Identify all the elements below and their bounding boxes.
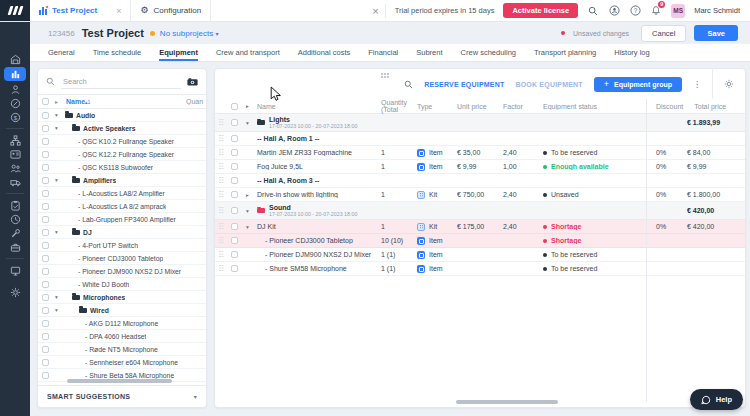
row-checkbox[interactable] [42, 151, 49, 158]
tree-item-row[interactable]: - Pioneer CDJ3000 Tabletop [38, 252, 206, 265]
terminal-icon[interactable] [4, 264, 26, 276]
chevron-down-icon[interactable]: ▾ [243, 224, 257, 230]
rentman-logo[interactable] [0, 0, 30, 21]
tree-item-row[interactable]: - QSC K10.2 Fullrange Speaker [38, 135, 206, 148]
quantity-column-header[interactable]: Quantity (Total [373, 99, 417, 113]
reserve-equipment-button[interactable]: RESERVE EQUIPMENT [424, 81, 504, 88]
row-checkbox[interactable] [231, 237, 238, 244]
row-checkbox[interactable] [231, 149, 238, 156]
tree-folder-row[interactable]: ▾Microphones [38, 291, 206, 304]
help-icon[interactable]: ? [629, 5, 641, 17]
chevron-down-icon[interactable]: ▾ [55, 294, 65, 300]
repairs-icon[interactable] [4, 227, 26, 239]
row-checkbox[interactable] [231, 119, 238, 126]
row-checkbox[interactable] [42, 268, 49, 275]
chevron-down-icon[interactable]: ▾ [243, 208, 257, 214]
status-column-header[interactable]: Equipment status [539, 103, 644, 110]
row-checkbox[interactable] [42, 164, 49, 171]
window-tab-configuration[interactable]: ⚙ Configuration [131, 0, 211, 21]
scanner-icon[interactable] [187, 78, 198, 86]
unit-price-column-header[interactable]: Unit price [455, 103, 501, 110]
row-checkbox[interactable] [42, 203, 49, 210]
settings-icon[interactable] [4, 286, 26, 298]
row-checkbox[interactable] [42, 346, 49, 353]
tree-item-row[interactable]: - 4-Port UTP Switch [38, 239, 206, 252]
tab-additional-costs[interactable]: Additional costs [298, 44, 351, 61]
row-checkbox[interactable] [231, 177, 238, 184]
smart-suggestions-bar[interactable]: SMART SUGGESTIONS ▾ [38, 385, 206, 407]
select-all-checkbox[interactable] [231, 103, 238, 110]
row-checkbox[interactable] [42, 255, 49, 262]
chevron-down-icon[interactable]: ▾ [55, 307, 65, 313]
tree-item-row[interactable]: - Sennheiser e604 Microphone [38, 356, 206, 369]
search-icon[interactable] [587, 5, 599, 17]
table-row[interactable]: Fog Juice 9,5L1Item€ 9,991,00Enough avai… [215, 160, 745, 174]
expand-all-icon[interactable]: ▸ [55, 98, 58, 105]
window-tab-project[interactable]: Test Project × [30, 0, 131, 21]
row-checkbox[interactable] [42, 138, 49, 145]
tree-item-row[interactable]: - L-Acoustics LA8/2 Amplifier [38, 187, 206, 200]
chevron-right-icon[interactable]: ▸ [243, 192, 257, 198]
total-price-column-header[interactable]: Total price [683, 103, 745, 110]
tree-item-row[interactable]: - Pioneer DJM900 NXS2 DJ Mixer [38, 265, 206, 278]
equipment-tree-icon[interactable] [4, 134, 26, 146]
row-checkbox[interactable] [231, 191, 238, 198]
more-options-icon[interactable]: ⋮ [693, 80, 701, 89]
gear-icon[interactable] [724, 79, 734, 89]
row-checkbox[interactable] [42, 242, 49, 249]
row-checkbox[interactable] [42, 372, 49, 379]
table-row[interactable]: ▾Lights17-07-2023 10:00 - 20-07-2023 18:… [215, 114, 745, 132]
tab-time-schedule[interactable]: Time schedule [93, 44, 142, 61]
chevron-down-icon[interactable]: ▾ [55, 125, 65, 131]
table-row[interactable]: ▾Sound17-07-2023 10:00 - 20-07-2023 18:0… [215, 202, 745, 220]
tab-general[interactable]: General [48, 44, 75, 61]
chevron-down-icon[interactable]: ▾ [243, 120, 257, 126]
planner-icon[interactable] [4, 97, 26, 109]
tree-folder-row[interactable]: ▾Amplifiers [38, 174, 206, 187]
expand-all-icon[interactable]: ▸ [243, 103, 257, 109]
table-row[interactable]: - Pioneer CDJ3000 Tabletop10 (10)ItemSho… [215, 234, 745, 248]
tab-crew-scheduling[interactable]: Crew scheduling [461, 44, 516, 61]
row-checkbox[interactable] [231, 163, 238, 170]
factor-column-header[interactable]: Factor [501, 103, 539, 110]
row-checkbox[interactable] [42, 281, 49, 288]
table-row[interactable]: Martin JEM ZR33 Fogmachine1Item€ 35,002,… [215, 146, 745, 160]
tree-item-row[interactable]: - QSC K12.2 Fullrange Speaker [38, 148, 206, 161]
discount-column-header[interactable]: Discount [644, 103, 683, 110]
horizontal-scrollbar[interactable] [456, 400, 558, 404]
jobs-icon[interactable] [4, 241, 26, 253]
tab-financial[interactable]: Financial [368, 44, 398, 61]
row-checkbox[interactable] [42, 320, 49, 327]
tree-item-row[interactable]: - QSC KS118 Subwoofer [38, 161, 206, 174]
tab-transport-planning[interactable]: Transport planning [534, 44, 596, 61]
row-checkbox[interactable] [42, 216, 49, 223]
row-checkbox[interactable] [42, 125, 49, 132]
crew-badge-icon[interactable] [4, 148, 26, 160]
tab-history-log[interactable]: History log [614, 44, 649, 61]
user-name[interactable]: Marc Schmidt [694, 6, 740, 15]
crew-planner-icon[interactable] [4, 162, 26, 174]
row-checkbox[interactable] [42, 229, 49, 236]
transport-icon[interactable] [4, 176, 26, 188]
table-row[interactable]: ▾DJ Kit1Kit€ 175,002,40Shortage0%€ 420,0… [215, 220, 745, 234]
row-checkbox[interactable] [231, 251, 238, 258]
select-all-checkbox[interactable] [42, 98, 49, 105]
tree-folder-row[interactable]: ▾Audio [38, 109, 206, 122]
tree-item-row[interactable]: - DPA 4060 Headset [38, 330, 206, 343]
tasks-icon[interactable] [4, 199, 26, 211]
tab-subrent[interactable]: Subrent [416, 44, 442, 61]
name-column-header[interactable]: Name [66, 98, 85, 105]
row-checkbox[interactable] [42, 112, 49, 119]
contacts-icon[interactable] [4, 83, 26, 95]
close-tab-icon[interactable]: × [116, 6, 121, 16]
horizontal-scrollbar[interactable] [67, 379, 172, 383]
panel-drag-handle[interactable] [381, 73, 391, 79]
chevron-down-icon[interactable]: ▾ [55, 177, 65, 183]
row-checkbox[interactable] [42, 333, 49, 340]
tab-crew-and-transport[interactable]: Crew and transport [216, 44, 280, 61]
row-checkbox[interactable] [231, 207, 238, 214]
name-column-header[interactable]: Name [257, 103, 373, 110]
table-row[interactable]: - Pioneer DJM900 NXS2 DJ Mixer1 (1)ItemT… [215, 248, 745, 262]
support-icon[interactable] [608, 5, 620, 17]
row-checkbox[interactable] [42, 294, 49, 301]
